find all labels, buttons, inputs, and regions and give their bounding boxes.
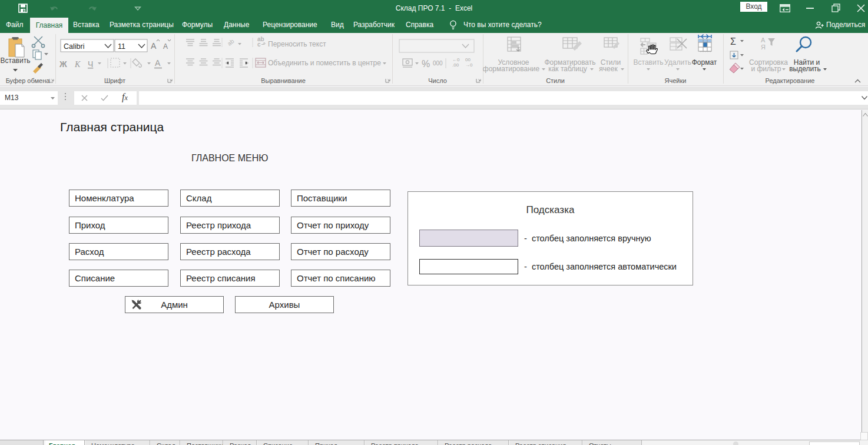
svg-text:→0: →0 — [465, 62, 473, 68]
svg-text:Вставить: Вставить — [634, 58, 664, 67]
svg-text:А: А — [163, 42, 168, 51]
svg-text:Вставить: Вставить — [1, 57, 31, 65]
svg-text:как таблицу: как таблицу — [548, 65, 587, 73]
svg-text:11: 11 — [118, 42, 125, 51]
svg-text:%: % — [422, 59, 430, 69]
svg-text:ячеек: ячеек — [599, 65, 618, 73]
svg-text:А: А — [151, 41, 157, 51]
svg-text:форматирование: форматирование — [483, 65, 540, 73]
svg-text:Удалить: Удалить — [664, 58, 691, 67]
svg-text:Ч: Ч — [88, 59, 93, 69]
svg-text:К: К — [74, 60, 81, 69]
svg-text:А: А — [155, 58, 161, 68]
svg-text:Формат: Формат — [692, 58, 717, 67]
svg-text:c: c — [257, 41, 261, 48]
svg-text:и фильтр: и фильтр — [751, 65, 781, 73]
svg-text:А: А — [761, 36, 766, 44]
svg-text:ab: ab — [226, 38, 236, 47]
svg-text:Объединить и поместить в центр: Объединить и поместить в центре — [268, 59, 381, 67]
svg-text:00: 00 — [465, 57, 471, 62]
svg-text:Σ: Σ — [730, 36, 736, 47]
svg-text:Calibri: Calibri — [64, 42, 84, 51]
svg-text:Переносить текст: Переносить текст — [268, 40, 326, 48]
svg-text:000: 000 — [433, 60, 443, 67]
svg-text:←0: ←0 — [452, 57, 460, 62]
svg-text:Ж: Ж — [59, 59, 67, 69]
svg-text:выделить: выделить — [789, 65, 821, 73]
svg-text:Я: Я — [761, 44, 766, 51]
svg-text:.00: .00 — [452, 62, 459, 68]
